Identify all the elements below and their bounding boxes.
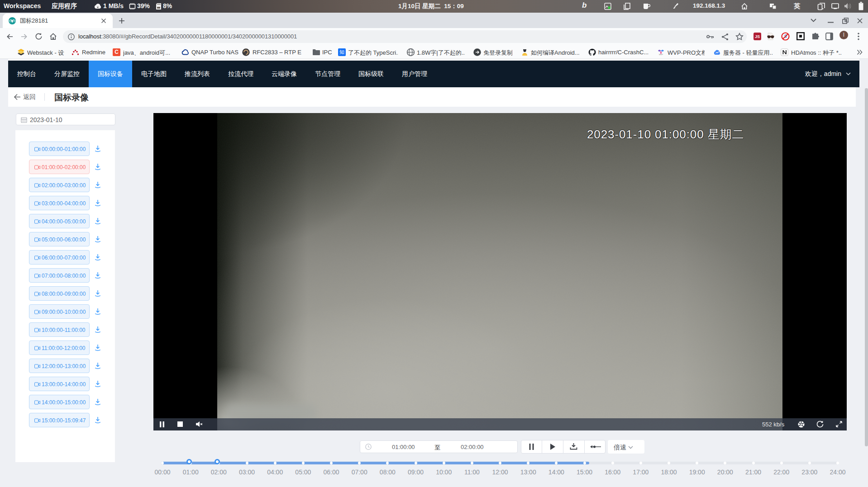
- svg-text:WVP: WVP: [659, 53, 663, 56]
